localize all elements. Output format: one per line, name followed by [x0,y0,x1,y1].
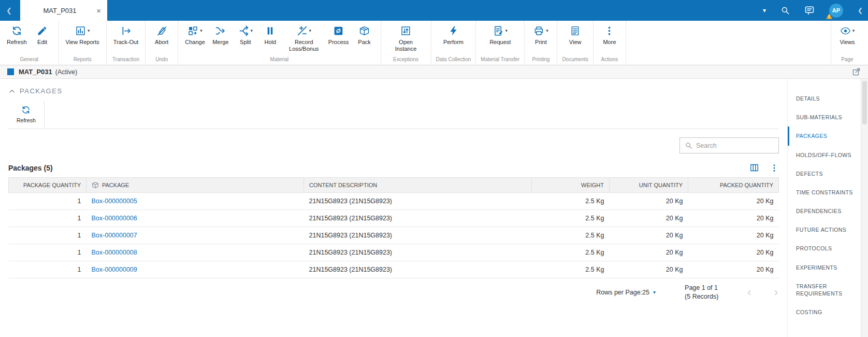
hold-button[interactable]: Hold [258,21,283,53]
sidebar-item-experiments[interactable]: EXPERIMENTS [788,258,861,277]
view-documents-button[interactable]: View [563,21,588,47]
tab-mat-p031[interactable]: MAT_P031 × [20,0,107,21]
refresh-button[interactable]: Refresh [4,21,30,47]
cell-package-quantity: 1 [9,227,86,244]
table-row[interactable]: 1 Box-000000006 21N15G8923 (21N15G8923) … [9,210,779,227]
request-document-icon [493,25,504,36]
track-out-button[interactable]: Track-Out [110,21,142,47]
column-header-content-description[interactable]: CONTENT DESCRIPTION [304,178,532,193]
search-box [679,137,779,153]
next-page-icon[interactable]: › [774,287,778,298]
warning-icon [826,13,832,19]
sidebar-item-protocols[interactable]: PROTOCOLS [788,239,861,258]
group-caption: Page [835,55,860,65]
search-input[interactable] [696,142,774,149]
column-header-package-quantity[interactable]: PACKAGE QUANTITY [9,178,86,193]
document-lines-icon [570,25,581,36]
sidebar-item-defects[interactable]: DEFECTS [788,164,861,183]
table-row[interactable]: 1 Box-000000009 21N15G8923 (21N15G8923) … [9,261,779,278]
column-header-weight[interactable]: WEIGHT [532,178,610,193]
sidebar-item-dependencies[interactable]: DEPENDENCIES [788,202,861,220]
split-button[interactable]: ▾ Split [233,21,258,53]
more-button[interactable]: More [597,21,622,47]
sidebar-item-time-constraints[interactable]: TIME CONSTRAINTS [788,183,861,202]
table-row[interactable]: 1 Box-000000007 21N15G8923 (21N15G8923) … [9,227,779,244]
sidebar-item-costing[interactable]: COSTING [788,303,861,321]
scrollbar-thumb[interactable] [862,81,867,124]
view-reports-button[interactable]: ▾ View Reports [63,21,103,47]
package-link[interactable]: Box-000000006 [92,215,137,222]
cell-weight: 2.5 Kg [532,210,610,227]
open-instance-button[interactable]: Open Instance [385,21,427,53]
package-link[interactable]: Box-000000008 [92,249,137,256]
cell-weight: 2.5 Kg [532,244,610,261]
previous-page-icon[interactable]: ‹ [747,287,751,298]
record-loss-bonus-button[interactable]: ▾ Record Loss/Bonus [283,21,325,53]
table-row[interactable]: 1 Box-000000008 21N15G8923 (21N15G8923) … [9,244,779,261]
feedback-chat-icon[interactable] [804,5,815,16]
button-label: Pack [358,39,370,46]
chevron-down-icon: ▾ [200,28,202,33]
change-button[interactable]: ▾ Change [182,21,208,53]
group-caption: Printing [528,55,553,65]
button-label: Perform [443,39,464,46]
table-row[interactable]: 1 Box-000000005 21N15G8923 (21N15G8923) … [9,193,779,210]
close-icon[interactable]: × [93,6,101,15]
perform-button[interactable]: Perform [440,21,467,47]
button-label: Process [328,39,349,46]
cell-unit-quantity: 20 Kg [610,244,688,261]
titlebar-actions: ▾ AP [763,4,850,18]
abort-button[interactable]: Abort [149,21,174,47]
package-link[interactable]: Box-000000007 [92,232,137,239]
back-chevron-icon[interactable]: ❮ [0,7,20,15]
button-label: Views [840,39,855,46]
column-header-package[interactable]: PACKAGE [86,178,304,193]
column-header-packed-quantity[interactable]: PACKED QUANTITY [688,178,779,193]
edit-button[interactable]: Edit [30,21,55,47]
chevron-down-icon[interactable]: ▾ [763,7,766,14]
merge-button[interactable]: Merge [208,21,233,53]
sidebar-item-holds-off-flows[interactable]: HOLDS/OFF-FLOWS [788,146,861,164]
toolbar-group-printing: ▾ Print Printing [525,21,557,65]
toolbar-group-material-transfer: ▾ Request Material Transfer [476,21,525,65]
chevron-down-icon: ▾ [852,28,855,33]
refresh-icon [11,25,22,36]
package-link[interactable]: Box-000000005 [92,198,137,205]
views-button[interactable]: ▾ Views [835,21,860,47]
cell-content-description: 21N15G8923 (21N15G8923) [304,244,532,261]
section-refresh-button[interactable]: Refresh [8,101,45,129]
cell-weight: 2.5 Kg [532,193,610,210]
sidebar-item-packages[interactable]: PACKAGES [788,127,861,145]
column-header-unit-quantity[interactable]: UNIT QUANTITY [610,178,688,193]
rows-per-page-select[interactable]: Rows per Page:25 ▾ [596,289,656,296]
cell-weight: 2.5 Kg [532,261,610,278]
group-caption: Undo [149,55,174,65]
table-menu-kebab-icon[interactable] [770,163,779,173]
process-button[interactable]: Process [325,21,352,53]
collapse-panel-icon[interactable]: ❮ [850,7,868,14]
user-avatar[interactable]: AP [829,4,843,18]
pack-button[interactable]: Pack [352,21,377,53]
button-label: Hold [264,39,276,46]
cell-unit-quantity: 20 Kg [610,261,688,278]
sidebar-item-future-actions[interactable]: FUTURE ACTIONS [788,220,861,239]
chevron-down-icon: ▾ [309,28,312,33]
popout-icon[interactable] [852,67,861,76]
button-label: Split [240,39,251,46]
collapse-section-icon[interactable] [8,88,16,95]
sidebar-item-transfer-requirements[interactable]: TRANSFER REQUIREMENTS [788,277,861,303]
scrollbar[interactable] [861,79,868,337]
sidebar-item-sub-materials[interactable]: SUB-MATERIALS [788,108,861,127]
package-link[interactable]: Box-000000009 [92,266,137,273]
material-status-square-icon [7,68,14,75]
search-icon[interactable] [780,6,790,15]
context-status: (Active) [55,68,77,76]
request-button[interactable]: ▾ Request [486,21,514,47]
sidebar-item-details[interactable]: DETAILS [788,89,861,108]
column-chooser-icon[interactable] [749,163,759,173]
print-button[interactable]: ▾ Print [528,21,553,47]
process-icon [333,25,344,36]
cell-weight: 2.5 Kg [532,227,610,244]
button-label: Track-Out [113,39,139,46]
page-info: Page 1 of 1 (5 Records) [685,284,718,301]
